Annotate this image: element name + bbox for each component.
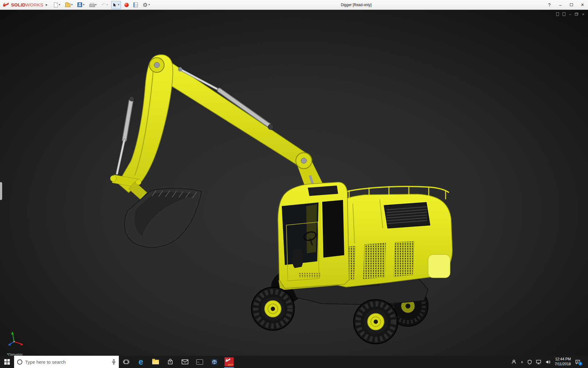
brand-works: WORKS [25,2,43,7]
seat [292,248,303,268]
mail-button[interactable] [178,356,192,368]
taskbar-search[interactable] [14,356,119,368]
wheel-rear-left [354,300,398,344]
cortana-icon [17,359,22,365]
solidworks-app-icon: 2017 [224,357,234,366]
menu-flyout-arrow[interactable]: ▸ [45,3,51,7]
file-properties-button[interactable] [132,1,139,9]
volume-icon [545,360,551,364]
panel-collapse-tab[interactable] [0,182,2,200]
action-center-button[interactable]: 2 [575,360,580,364]
cube-app-button[interactable] [207,356,222,368]
solidworks-year-label: 2017 [228,363,234,366]
cab-step-plate [299,273,321,278]
side-mesh-panels [338,241,414,281]
task-view-button[interactable] [119,356,134,368]
start-button[interactable] [0,356,14,368]
search-input[interactable] [25,359,109,365]
minimize-button[interactable]: – [555,0,566,10]
red-sphere-icon [124,3,129,7]
document-close-button[interactable]: × [582,12,584,17]
mail-icon [182,359,188,364]
shield-icon [528,360,532,364]
file-explorer-button[interactable] [148,356,163,368]
restore-icon [575,13,578,16]
boom-arm [110,55,328,199]
save-button[interactable]: ▾ [76,1,86,9]
save-caret[interactable]: ▾ [83,3,85,6]
tray-expand-button[interactable]: ∧ [521,360,523,364]
microphone-icon[interactable] [112,359,116,365]
options-caret[interactable]: ▾ [149,3,150,6]
edge-button[interactable]: e [134,356,148,368]
print-button[interactable]: ▾ [88,1,98,9]
document-restore-button[interactable] [575,12,578,17]
clock-date: 7/11/2018 [555,362,571,367]
undo-caret[interactable]: ▾ [107,3,108,6]
close-button[interactable]: × [577,0,588,10]
select-caret[interactable]: ▾ [118,3,119,6]
people-icon [511,359,516,364]
view-orientation-label: *Dimetric [7,352,23,356]
system-tray: ∧ 12:44 PM 7/11/2018 [511,356,588,368]
cube-icon [211,359,217,365]
windows-logo-icon [4,359,10,365]
window-title: Digger [Read-only] [341,3,371,7]
maximize-icon [570,3,573,6]
network-button[interactable] [536,360,541,364]
rear-panel [428,255,450,278]
document-window-controls: – × [556,12,584,17]
volume-button[interactable] [545,360,551,364]
brand-solid: SOLID [11,2,25,7]
print-caret[interactable]: ▾ [95,3,97,6]
appearance-button[interactable] [123,1,130,9]
cab [278,182,349,288]
network-icon [536,360,541,364]
open-caret[interactable]: ▾ [71,3,73,6]
clock-time: 12:44 PM [555,357,571,362]
store-bag-icon [167,359,173,365]
main-toolbar: ▾ ▾ ▾ ▾ ↶ ▾ ▾ [52,1,151,9]
file-explorer-icon [152,360,159,364]
ds-swoosh-icon [2,2,10,8]
open-folder-icon [65,3,70,7]
select-button[interactable]: ▾ [111,1,121,9]
orientation-triad [8,332,23,346]
security-button[interactable] [528,360,532,364]
edge-icon: e [138,358,143,366]
select-cursor-icon [113,2,117,7]
taskbar-clock[interactable]: 12:44 PM 7/11/2018 [555,357,571,366]
viewport[interactable]: – × [0,10,588,356]
open-button[interactable]: ▾ [64,1,74,9]
window-controls: ? – × [544,0,588,10]
solidworks-swoosh-icon [225,358,231,363]
document-sheet-icon[interactable] [556,12,559,17]
new-document-button[interactable]: ▾ [52,1,62,9]
gear-icon [143,2,148,7]
new-document-caret[interactable]: ▾ [59,3,60,6]
people-button[interactable] [511,359,516,364]
document-minimize-button[interactable]: – [569,12,571,17]
console-button[interactable]: >_ [192,356,207,368]
taskbar-apps: e >_ [119,356,236,368]
bucket [124,188,202,247]
solidworks-logo: SOLIDWORKS [0,2,45,8]
maximize-button[interactable] [566,0,577,10]
document-sheet2-icon[interactable] [563,12,565,17]
side-window [322,200,344,258]
excavator-model [110,55,452,344]
engine-vent [384,202,430,228]
report-icon [134,2,138,7]
help-button[interactable]: ? [544,0,555,10]
notification-badge: 2 [579,362,582,366]
title-bar: SOLIDWORKS ▸ ▾ ▾ ▾ ▾ ↶ ▾ ▾ [0,0,588,10]
new-document-icon [54,2,58,7]
task-view-icon [123,359,129,364]
model-scene [0,10,588,356]
undo-button[interactable]: ↶ ▾ [100,1,109,9]
save-icon [77,2,82,7]
brand-text: SOLIDWORKS [11,2,43,7]
solidworks-app-button[interactable]: 2017 [222,356,236,368]
options-button[interactable]: ▾ [141,1,152,9]
store-button[interactable] [163,356,178,368]
